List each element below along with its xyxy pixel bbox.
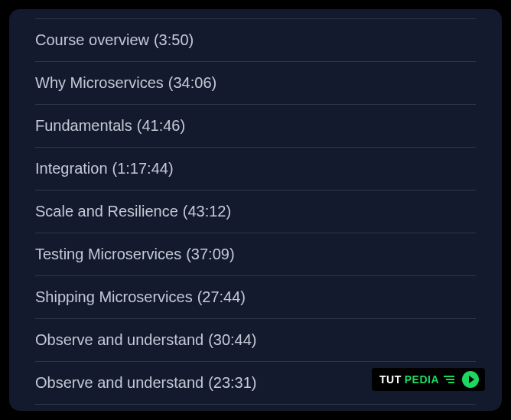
course-item-title: Integration <box>35 160 108 177</box>
course-item-title: Fundamentals <box>35 117 132 135</box>
course-item[interactable]: Testing Microservices(37:09) <box>35 233 476 276</box>
course-item-duration: (43:12) <box>183 203 231 220</box>
badge-pedia-text: PEDIA <box>405 373 439 386</box>
course-card: Course overview(3:50)Why Microservices(3… <box>9 9 502 411</box>
course-item-duration: (41:46) <box>137 117 185 135</box>
course-item[interactable]: Observe and understand(30:44) <box>35 319 476 362</box>
course-item-duration: (30:44) <box>208 331 256 349</box>
course-item-duration: (23:31) <box>208 374 256 392</box>
course-item[interactable]: Scale and Resilience(43:12) <box>35 190 476 233</box>
course-item-duration: (34:06) <box>168 74 216 92</box>
course-item-title: Shipping Microservices <box>35 288 193 306</box>
course-item-title: Course overview <box>35 31 149 49</box>
course-item-title: Testing Microservices <box>35 246 181 263</box>
course-item[interactable]: Fundamentals(41:46) <box>35 105 476 148</box>
course-item-title: Scale and Resilience <box>35 203 178 220</box>
course-item-duration: (1:17:44) <box>112 160 174 177</box>
course-item[interactable]: Course overview(3:50) <box>35 18 476 62</box>
course-item-title: Observe and understand <box>35 331 203 349</box>
course-item[interactable]: Shipping Microservices(27:44) <box>35 276 476 319</box>
badge-tut-text: TUT <box>379 373 402 386</box>
tutpedia-badge: TUT PEDIA <box>372 368 485 391</box>
course-item-title: Why Microservices <box>35 74 164 92</box>
play-icon <box>462 371 479 388</box>
course-item-duration: (3:50) <box>154 31 194 49</box>
course-item[interactable]: Integration(1:17:44) <box>35 148 476 190</box>
course-item[interactable]: Why Microservices(34:06) <box>35 62 476 105</box>
course-item-title: Observe and understand <box>35 374 203 392</box>
course-item-duration: (27:44) <box>197 288 246 306</box>
course-list: Course overview(3:50)Why Microservices(3… <box>35 18 476 405</box>
badge-lines-icon <box>444 376 454 383</box>
course-item-duration: (37:09) <box>186 246 234 263</box>
